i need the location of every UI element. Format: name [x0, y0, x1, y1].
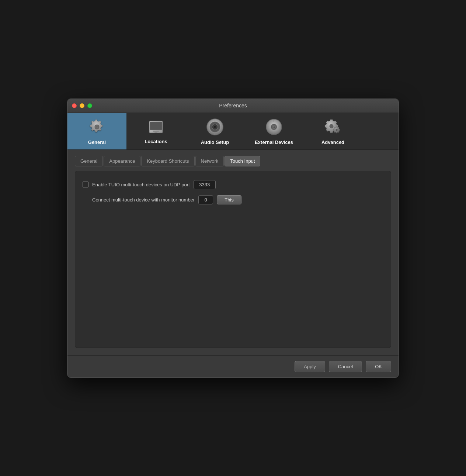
- tab-locations[interactable]: Locations: [126, 113, 185, 149]
- udp-port-input[interactable]: [194, 180, 216, 189]
- traffic-lights: [72, 103, 92, 108]
- external-devices-icon: [264, 117, 284, 137]
- svg-point-26: [330, 124, 333, 128]
- content-area: General Appearance Keyboard Shortcuts Ne…: [67, 150, 399, 355]
- advanced-icon: [323, 117, 343, 137]
- preferences-window: Preferences General: [67, 99, 399, 378]
- tab-general-label: General: [88, 139, 106, 145]
- svg-rect-3: [150, 122, 162, 130]
- ok-button[interactable]: OK: [366, 361, 391, 372]
- svg-point-0: [95, 125, 99, 129]
- enable-tuio-checkbox[interactable]: [83, 182, 88, 187]
- tab-external-devices[interactable]: External Devices: [244, 113, 303, 149]
- window-title: Preferences: [219, 103, 247, 108]
- monitor-number-input[interactable]: [198, 195, 213, 204]
- close-button[interactable]: [72, 103, 77, 108]
- title-bar: Preferences: [67, 99, 399, 113]
- tab-audio-label: Audio Setup: [201, 139, 229, 145]
- svg-rect-4: [153, 131, 159, 132]
- touch-input-panel: Enable TUIO multi-touch devices on UDP p…: [75, 171, 391, 348]
- subtab-keyboard-shortcuts[interactable]: Keyboard Shortcuts: [141, 156, 194, 166]
- tab-advanced[interactable]: Advanced: [303, 113, 362, 149]
- subtab-appearance[interactable]: Appearance: [104, 156, 140, 166]
- monitor-setting-row: Connect multi-touch device with monitor …: [92, 195, 383, 204]
- subtab-network[interactable]: Network: [195, 156, 224, 166]
- svg-rect-5: [154, 132, 157, 132]
- tab-general[interactable]: General: [67, 113, 126, 149]
- svg-point-27: [336, 129, 338, 131]
- top-tabs: General Locations: [67, 113, 399, 150]
- subtab-touch-input[interactable]: Touch Input: [225, 156, 260, 166]
- audio-icon: [205, 117, 225, 137]
- cancel-button[interactable]: Cancel: [329, 361, 362, 372]
- this-button[interactable]: This: [217, 195, 241, 204]
- maximize-button[interactable]: [87, 103, 92, 108]
- connect-label: Connect multi-touch device with monitor …: [92, 197, 195, 203]
- subtab-general[interactable]: General: [75, 156, 103, 166]
- sub-tabs: General Appearance Keyboard Shortcuts Ne…: [75, 156, 391, 166]
- tuio-setting-row: Enable TUIO multi-touch devices on UDP p…: [83, 180, 383, 189]
- tab-audio-setup[interactable]: Audio Setup: [185, 113, 244, 149]
- svg-point-25: [273, 126, 275, 128]
- apply-button[interactable]: Apply: [295, 361, 325, 372]
- tuio-label: Enable TUIO multi-touch devices on UDP p…: [92, 182, 190, 187]
- tab-external-devices-label: External Devices: [255, 139, 293, 145]
- gear-icon: [87, 117, 107, 137]
- locations-icon: [147, 118, 165, 136]
- bottom-bar: Apply Cancel OK: [67, 355, 399, 377]
- svg-point-9: [214, 126, 216, 128]
- tab-advanced-label: Advanced: [321, 139, 344, 145]
- tab-locations-label: Locations: [145, 139, 167, 144]
- minimize-button[interactable]: [80, 103, 84, 108]
